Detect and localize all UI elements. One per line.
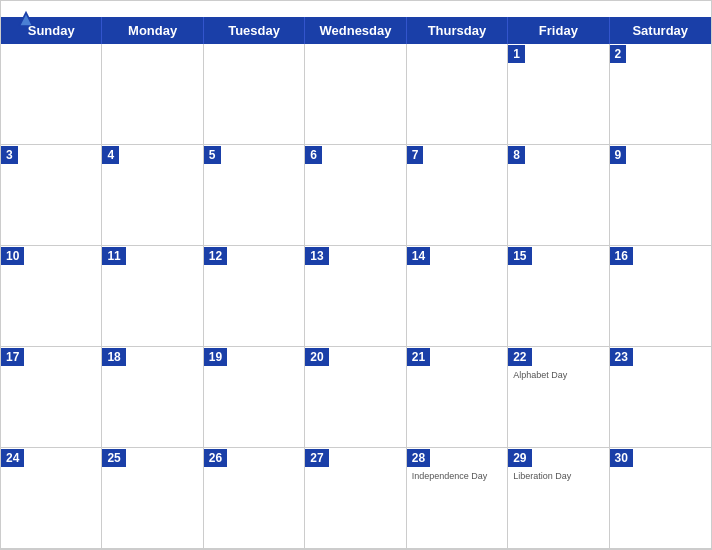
date-number: 24 bbox=[1, 449, 24, 467]
date-number: 28 bbox=[407, 449, 430, 467]
calendar-cell: 17 bbox=[1, 347, 102, 448]
calendar-cell: 8 bbox=[508, 145, 609, 246]
calendar-grid: 12345678910111213141516171819202122Alpha… bbox=[1, 44, 711, 549]
date-number: 8 bbox=[508, 146, 525, 164]
calendar-cell: 7 bbox=[407, 145, 508, 246]
date-number: 5 bbox=[204, 146, 221, 164]
day-header-thursday: Thursday bbox=[407, 17, 508, 44]
date-number: 23 bbox=[610, 348, 633, 366]
day-header-saturday: Saturday bbox=[610, 17, 711, 44]
calendar-header bbox=[1, 1, 711, 17]
holiday-name: Independence Day bbox=[407, 469, 507, 483]
date-number: 10 bbox=[1, 247, 24, 265]
day-header-tuesday: Tuesday bbox=[204, 17, 305, 44]
date-number: 11 bbox=[102, 247, 125, 265]
calendar-cell: 14 bbox=[407, 246, 508, 347]
calendar-cell bbox=[102, 44, 203, 145]
calendar-cell: 10 bbox=[1, 246, 102, 347]
calendar-cell bbox=[204, 44, 305, 145]
logo bbox=[17, 9, 37, 27]
calendar-cell: 4 bbox=[102, 145, 203, 246]
date-number: 15 bbox=[508, 247, 531, 265]
date-number: 26 bbox=[204, 449, 227, 467]
calendar-cell: 21 bbox=[407, 347, 508, 448]
calendar-cell: 25 bbox=[102, 448, 203, 549]
date-number: 14 bbox=[407, 247, 430, 265]
calendar-cell: 26 bbox=[204, 448, 305, 549]
date-number: 4 bbox=[102, 146, 119, 164]
holiday-name: Liberation Day bbox=[508, 469, 608, 483]
date-number: 13 bbox=[305, 247, 328, 265]
date-number: 7 bbox=[407, 146, 424, 164]
date-number: 17 bbox=[1, 348, 24, 366]
day-header-wednesday: Wednesday bbox=[305, 17, 406, 44]
date-number: 18 bbox=[102, 348, 125, 366]
calendar-cell: 15 bbox=[508, 246, 609, 347]
calendar-cell: 29Liberation Day bbox=[508, 448, 609, 549]
calendar-cell: 22Alphabet Day bbox=[508, 347, 609, 448]
calendar-cell: 1 bbox=[508, 44, 609, 145]
calendar-cell: 2 bbox=[610, 44, 711, 145]
date-number: 30 bbox=[610, 449, 633, 467]
date-number: 25 bbox=[102, 449, 125, 467]
calendar-cell: 13 bbox=[305, 246, 406, 347]
calendar-cell: 16 bbox=[610, 246, 711, 347]
calendar-cell: 30 bbox=[610, 448, 711, 549]
calendar-cell: 19 bbox=[204, 347, 305, 448]
date-number: 29 bbox=[508, 449, 531, 467]
date-number: 3 bbox=[1, 146, 18, 164]
calendar-cell bbox=[407, 44, 508, 145]
calendar-cell: 27 bbox=[305, 448, 406, 549]
date-number: 20 bbox=[305, 348, 328, 366]
calendar-cell: 18 bbox=[102, 347, 203, 448]
date-number: 1 bbox=[508, 45, 525, 63]
calendar-cell: 9 bbox=[610, 145, 711, 246]
calendar-cell: 12 bbox=[204, 246, 305, 347]
calendar-cell bbox=[1, 44, 102, 145]
calendar-cell: 11 bbox=[102, 246, 203, 347]
calendar-cell: 28Independence Day bbox=[407, 448, 508, 549]
date-number: 9 bbox=[610, 146, 627, 164]
date-number: 19 bbox=[204, 348, 227, 366]
date-number: 6 bbox=[305, 146, 322, 164]
calendar-container: SundayMondayTuesdayWednesdayThursdayFrid… bbox=[0, 0, 712, 550]
day-header-friday: Friday bbox=[508, 17, 609, 44]
logo-icon bbox=[17, 9, 35, 27]
day-header-monday: Monday bbox=[102, 17, 203, 44]
day-headers: SundayMondayTuesdayWednesdayThursdayFrid… bbox=[1, 17, 711, 44]
date-number: 21 bbox=[407, 348, 430, 366]
date-number: 12 bbox=[204, 247, 227, 265]
calendar-cell: 5 bbox=[204, 145, 305, 246]
calendar-cell: 24 bbox=[1, 448, 102, 549]
calendar-cell: 20 bbox=[305, 347, 406, 448]
calendar-cell: 3 bbox=[1, 145, 102, 246]
calendar-cell: 23 bbox=[610, 347, 711, 448]
logo-blue-text bbox=[17, 9, 37, 27]
date-number: 22 bbox=[508, 348, 531, 366]
holiday-name: Alphabet Day bbox=[508, 368, 608, 382]
date-number: 16 bbox=[610, 247, 633, 265]
calendar-cell: 6 bbox=[305, 145, 406, 246]
date-number: 27 bbox=[305, 449, 328, 467]
date-number: 2 bbox=[610, 45, 627, 63]
calendar-cell bbox=[305, 44, 406, 145]
